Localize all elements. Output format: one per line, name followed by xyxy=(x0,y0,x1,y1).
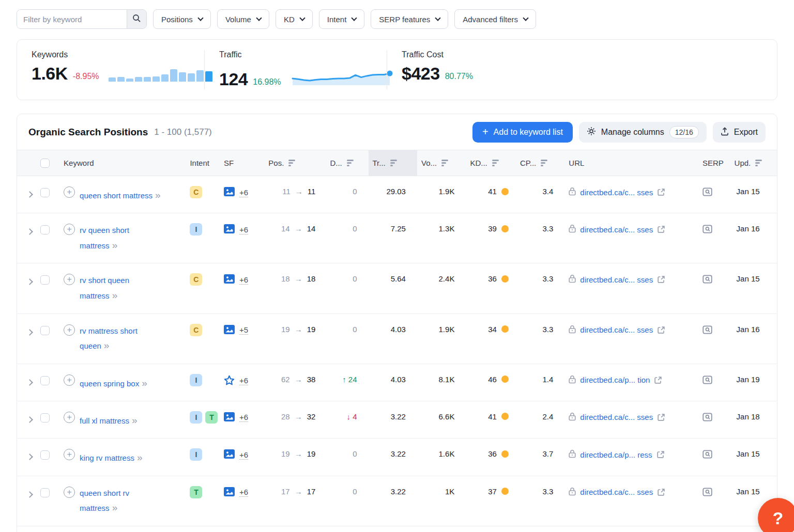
column-header-upd[interactable]: Upd. xyxy=(730,150,777,176)
serp-features-more-link[interactable]: +6 xyxy=(239,488,248,497)
serp-preview-icon[interactable] xyxy=(703,450,712,459)
url-link[interactable]: directbed.ca/c... sses xyxy=(580,413,653,421)
row-checkbox[interactable] xyxy=(40,450,50,460)
expand-chevron-icon[interactable] xyxy=(26,228,33,235)
column-header-pos[interactable]: Pos. xyxy=(264,150,326,176)
select-all-checkbox[interactable] xyxy=(40,159,50,168)
row-checkbox[interactable] xyxy=(40,488,50,497)
sort-icon[interactable] xyxy=(541,160,547,166)
serp-features-more-link[interactable]: +6 xyxy=(239,413,248,422)
column-header-traffic[interactable]: Tr... xyxy=(369,150,417,176)
external-link-icon[interactable] xyxy=(656,450,665,459)
open-keyword-icon[interactable]: » xyxy=(112,502,117,513)
sort-icon[interactable] xyxy=(390,160,397,166)
open-keyword-icon[interactable]: » xyxy=(132,415,137,426)
filter-dropdown-volume[interactable]: Volume xyxy=(217,9,269,29)
serp-preview-icon[interactable] xyxy=(703,375,712,384)
row-checkbox[interactable] xyxy=(40,225,50,234)
serp-features-more-link[interactable]: +5 xyxy=(239,325,248,335)
open-keyword-icon[interactable]: » xyxy=(112,240,117,251)
url-link[interactable]: directbed.ca/c... sses xyxy=(580,188,653,197)
serp-preview-icon[interactable] xyxy=(703,187,712,196)
row-checkbox[interactable] xyxy=(40,413,50,423)
add-keyword-icon[interactable]: + xyxy=(64,449,75,460)
expand-chevron-icon[interactable] xyxy=(26,491,33,498)
add-keyword-icon[interactable]: + xyxy=(64,324,75,336)
column-header-volume[interactable]: Vo... xyxy=(417,150,466,176)
open-keyword-icon[interactable]: » xyxy=(137,452,142,463)
serp-features-more-link[interactable]: +6 xyxy=(239,275,248,285)
add-keyword-icon[interactable]: + xyxy=(64,374,75,386)
serp-features-more-link[interactable]: +6 xyxy=(239,188,248,197)
search-button[interactable] xyxy=(127,10,146,28)
row-checkbox[interactable] xyxy=(40,188,50,197)
keyword-link[interactable]: queen short mattress» xyxy=(80,187,160,203)
column-header-diff[interactable]: D... xyxy=(326,150,368,176)
external-link-icon[interactable] xyxy=(657,326,665,334)
expand-chevron-icon[interactable] xyxy=(26,416,33,423)
keyword-link[interactable]: king rv mattress» xyxy=(80,449,142,465)
expand-chevron-icon[interactable] xyxy=(26,453,33,460)
serp-preview-icon[interactable] xyxy=(703,488,712,496)
serp-features-more-link[interactable]: +6 xyxy=(239,450,248,460)
manage-columns-button[interactable]: Manage columns 12/16 xyxy=(579,122,707,143)
serp-features-more-link[interactable]: +6 xyxy=(239,376,248,385)
external-link-icon[interactable] xyxy=(657,188,665,196)
export-button[interactable]: Export xyxy=(713,122,766,143)
keyword-link[interactable]: rv mattress shortqueen» xyxy=(80,325,138,354)
keyword-link[interactable]: queen spring box» xyxy=(80,375,147,391)
external-link-icon[interactable] xyxy=(657,225,665,233)
sort-icon[interactable] xyxy=(347,160,354,166)
filter-dropdown-label: Volume xyxy=(225,15,251,24)
sort-icon[interactable] xyxy=(441,160,448,166)
add-keyword-icon[interactable]: + xyxy=(64,412,75,423)
serp-preview-icon[interactable] xyxy=(703,275,712,284)
add-keyword-icon[interactable]: + xyxy=(64,224,75,235)
url-link[interactable]: directbed.ca/p... ress xyxy=(580,450,652,459)
add-keyword-icon[interactable]: + xyxy=(64,186,75,198)
url-link[interactable]: directbed.ca/c... sses xyxy=(580,488,653,496)
row-checkbox[interactable] xyxy=(40,275,50,285)
sort-icon[interactable] xyxy=(288,160,295,166)
expand-chevron-icon[interactable] xyxy=(26,379,33,386)
open-keyword-icon[interactable]: » xyxy=(142,378,147,388)
filter-dropdown-positions[interactable]: Positions xyxy=(153,9,211,29)
expand-chevron-icon[interactable] xyxy=(26,191,33,198)
sort-icon[interactable] xyxy=(755,160,762,166)
external-link-icon[interactable] xyxy=(657,413,665,421)
filter-dropdown-serp-features[interactable]: SERP features xyxy=(371,9,448,29)
url-link[interactable]: directbed.ca/p... tion xyxy=(580,375,650,384)
row-checkbox[interactable] xyxy=(40,376,50,385)
external-link-icon[interactable] xyxy=(657,488,665,496)
url-link[interactable]: directbed.ca/c... sses xyxy=(580,225,653,234)
sort-icon[interactable] xyxy=(492,160,499,166)
keyword-link[interactable]: full xl mattress» xyxy=(80,412,136,428)
url-link[interactable]: directbed.ca/c... sses xyxy=(580,275,653,284)
open-keyword-icon[interactable]: » xyxy=(104,340,109,351)
add-keyword-icon[interactable]: + xyxy=(64,274,75,285)
keyword-link[interactable]: queen short rvmattress» xyxy=(80,487,129,516)
keyword-filter-input[interactable] xyxy=(17,10,127,28)
add-to-keyword-list-button[interactable]: + Add to keyword list xyxy=(472,122,573,143)
serp-preview-icon[interactable] xyxy=(703,225,712,233)
open-keyword-icon[interactable]: » xyxy=(155,190,160,200)
serp-preview-icon[interactable] xyxy=(703,325,712,334)
serp-features-more-link[interactable]: +6 xyxy=(239,225,248,234)
filter-dropdown-kd[interactable]: KD xyxy=(276,9,313,29)
keyword-link[interactable]: rv queen shortmattress» xyxy=(80,224,129,253)
filter-dropdown-advanced-filters[interactable]: Advanced filters xyxy=(454,9,536,29)
url-link[interactable]: directbed.ca/c... sses xyxy=(580,325,653,334)
row-checkbox[interactable] xyxy=(40,326,50,335)
expand-chevron-icon[interactable] xyxy=(26,279,33,286)
external-link-icon[interactable] xyxy=(657,275,665,284)
keyword-link[interactable]: rv short queenmattress» xyxy=(80,274,129,303)
serp-preview-icon[interactable] xyxy=(703,413,712,421)
expand-chevron-icon[interactable] xyxy=(26,329,33,336)
column-header-kd[interactable]: KD... xyxy=(466,150,515,176)
open-keyword-icon[interactable]: » xyxy=(112,290,117,301)
column-header-cpc[interactable]: CP... xyxy=(516,150,564,176)
table-row: +queen short mattress»C+611→11029.031.9K… xyxy=(17,176,777,213)
add-keyword-icon[interactable]: + xyxy=(64,487,75,498)
filter-dropdown-intent[interactable]: Intent xyxy=(319,9,365,29)
external-link-icon[interactable] xyxy=(654,376,662,384)
